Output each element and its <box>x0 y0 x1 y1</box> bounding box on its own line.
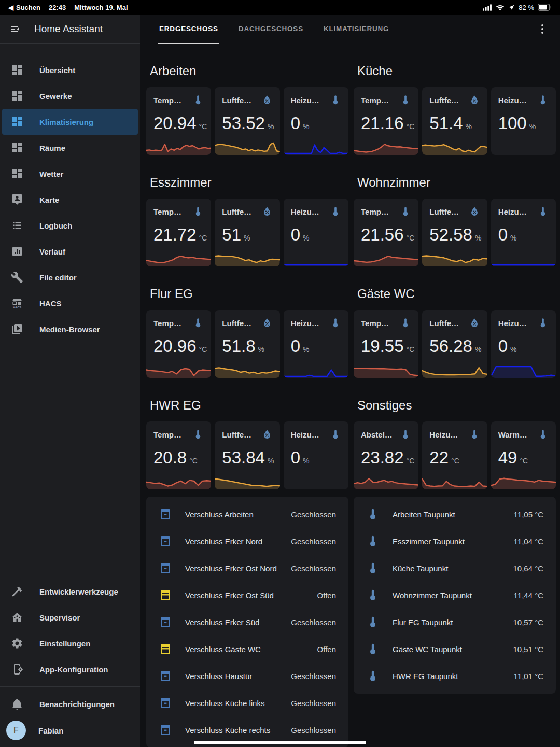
dewpoint-row-wohnzimmer-taupunkt[interactable]: Wohnzimmer Taupunkt 11,44 °C <box>354 582 556 609</box>
sensor-card-esszimmer-luftfe[interactable]: Luftfe… 51 % <box>215 199 279 266</box>
cog-icon <box>11 637 23 650</box>
sidebar-item-räume[interactable]: Räume <box>2 135 138 161</box>
sidebar-nav-bottom: EntwicklerwerkzeugeSupervisorEinstellung… <box>0 579 140 682</box>
sidebar-item-supervisor[interactable]: Supervisor <box>2 604 138 630</box>
sensor-card-sonstiges-warm[interactable]: Warm… 49 °C <box>491 421 556 489</box>
entity-name: Wohnzimmer Taupunkt <box>393 591 501 600</box>
entity-state: 11,01 °C <box>514 672 543 681</box>
sidebar-item-wetter[interactable]: Wetter <box>2 161 138 187</box>
sidebar-item-benachrichtigungen[interactable]: Benachrichtigungen <box>2 691 138 717</box>
sensor-card-row: Temp… 20.94 °C Luftfe… 53.52 <box>146 87 348 155</box>
menu-toggle-icon[interactable] <box>10 23 21 35</box>
sensor-card-gäste-wc-temp[interactable]: Temp… 19.55 °C <box>354 310 418 378</box>
back-to-app-button[interactable]: ◀ Suchen <box>8 4 40 11</box>
overflow-menu-button[interactable] <box>536 23 549 35</box>
dewpoint-row-flur-eg-taupunkt[interactable]: Flur EG Taupunkt 10,57 °C <box>354 609 556 636</box>
sidebar-item-app-konfiguration[interactable]: App-Konfiguration <box>2 656 138 682</box>
thermometer-icon <box>192 206 204 217</box>
shutter-row-verschluss-gäste-wc[interactable]: Verschluss Gäste WC Offen <box>146 636 348 663</box>
sensor-card-sonstiges-abstel[interactable]: Abstel… 23.82 °C <box>354 421 418 489</box>
sensor-unit: °C <box>199 122 207 131</box>
sensor-name: Heizu… <box>291 319 327 328</box>
thermometer-icon <box>400 94 411 106</box>
sensor-value: 0 <box>498 336 508 356</box>
section-esszimmer: Esszimmer Temp… 21.72 °C Luftfe… <box>146 155 348 266</box>
sensor-card-gäste-wc-heizu[interactable]: Heizu… 0 % <box>491 310 556 378</box>
dewpoint-row-hwr-eg-taupunkt[interactable]: HWR EG Taupunkt 11,01 °C <box>354 663 556 689</box>
user-profile-item[interactable]: F Fabian <box>0 717 140 747</box>
water-percent-icon <box>261 317 273 329</box>
sidebar-item-label: Gewerke <box>39 92 72 101</box>
shutter-row-verschluss-küche-rechts[interactable]: Verschluss Küche rechts Geschlossen <box>146 716 348 743</box>
shutter-row-verschluss-arbeiten[interactable]: Verschluss Arbeiten Geschlossen <box>146 501 348 528</box>
section-title: Arbeiten <box>150 63 348 79</box>
thermometer-icon <box>537 429 549 440</box>
sidebar-spacer <box>0 342 140 579</box>
thermometer-icon <box>366 508 380 521</box>
sensor-unit: % <box>244 234 250 242</box>
sidebar-item-medien-browser[interactable]: Medien-Browser <box>2 316 138 342</box>
thermometer-icon <box>366 534 380 548</box>
thermometer-icon <box>469 429 480 440</box>
sensor-card-küche-heizu[interactable]: Heizu… 100 % <box>491 87 556 155</box>
sensor-card-hwr-eg-luftfe[interactable]: Luftfe… 53.84 % <box>215 421 279 489</box>
shutter-row-verschluss-erker-süd[interactable]: Verschluss Erker Süd Geschlossen <box>146 609 348 636</box>
shutter-row-verschluss-haustür[interactable]: Verschluss Haustür Geschlossen <box>146 663 348 689</box>
sidebar-item-einstellungen[interactable]: Einstellungen <box>2 630 138 656</box>
thermometer-icon <box>192 317 204 329</box>
sidebar-item-hacs[interactable]: HACSHACS <box>2 290 138 316</box>
sensor-card-wohnzimmer-luftfe[interactable]: Luftfe… 52.58 % <box>422 199 487 266</box>
sidebar-item-entwicklerwerkzeuge[interactable]: Entwicklerwerkzeuge <box>2 579 138 604</box>
shutter-row-verschluss-küche-links[interactable]: Verschluss Küche links Geschlossen <box>146 689 348 716</box>
sensor-card-küche-temp[interactable]: Temp… 21.16 °C <box>354 87 418 155</box>
sensor-card-sonstiges-heizu[interactable]: Heizu… 22 °C <box>422 421 487 489</box>
sensor-card-hwr-eg-temp[interactable]: Temp… 20.8 °C <box>146 421 211 489</box>
sensor-card-küche-luftfe[interactable]: Luftfe… 51.4 % <box>422 87 487 155</box>
history-sparkline <box>215 471 279 489</box>
thermometer-icon <box>330 429 341 440</box>
sensor-name: Luftfe… <box>429 319 465 328</box>
entity-state: Geschlossen <box>291 726 336 735</box>
sensor-card-gäste-wc-luftfe[interactable]: Luftfe… 56.28 % <box>422 310 487 378</box>
home-indicator[interactable] <box>194 741 366 744</box>
sensor-unit: % <box>510 234 516 242</box>
dewpoint-row-küche-taupunkt[interactable]: Küche Taupunkt 10,64 °C <box>354 555 556 582</box>
shutter-row-verschluss-erker-ost-nord[interactable]: Verschluss Erker Ost Nord Geschlossen <box>146 555 348 582</box>
sensor-card-arbeiten-heizu[interactable]: Heizu… 0 % <box>284 87 348 155</box>
shutter-row-verschluss-erker-ost-süd[interactable]: Verschluss Erker Ost Süd Offen <box>146 582 348 609</box>
sidebar-item-übersicht[interactable]: Übersicht <box>2 57 138 83</box>
entity-state: 10,51 °C <box>513 645 543 654</box>
thermometer-icon <box>192 429 204 440</box>
sensor-card-flur-eg-temp[interactable]: Temp… 20.96 °C <box>146 310 211 378</box>
history-sparkline <box>146 471 211 489</box>
tab-dachgeschoss[interactable]: DACHGESCHOSS <box>237 15 304 44</box>
sidebar-item-logbuch[interactable]: Logbuch <box>2 213 138 238</box>
shutter-row-verschluss-erker-nord[interactable]: Verschluss Erker Nord Geschlossen <box>146 528 348 555</box>
sensor-card-flur-eg-luftfe[interactable]: Luftfe… 51.8 % <box>215 310 279 378</box>
view-tabs: ERDGESCHOSSDACHGESCHOSSKLIMATISIERUNG <box>158 15 390 44</box>
dewpoint-row-gäste-wc-taupunkt[interactable]: Gäste WC Taupunkt 10,51 °C <box>354 636 556 663</box>
sidebar-item-verlauf[interactable]: Verlauf <box>2 238 138 264</box>
sensor-card-hwr-eg-heizu[interactable]: Heizu… 0 % <box>284 421 348 489</box>
sidebar-item-klimatisierung[interactable]: Klimatisierung <box>2 109 138 135</box>
sensor-unit: °C <box>407 457 415 465</box>
sensor-card-wohnzimmer-temp[interactable]: Temp… 21.56 °C <box>354 199 418 266</box>
history-sparkline <box>354 248 418 266</box>
sensor-name: Luftfe… <box>429 96 465 105</box>
sensor-card-arbeiten-temp[interactable]: Temp… 20.94 °C <box>146 87 211 155</box>
sidebar-item-file-editor[interactable]: File editor <box>2 264 138 290</box>
sensor-value: 0 <box>291 448 300 468</box>
sensor-card-arbeiten-luftfe[interactable]: Luftfe… 53.52 % <box>215 87 279 155</box>
sensor-card-esszimmer-heizu[interactable]: Heizu… 0 % <box>284 199 348 266</box>
dewpoint-row-arbeiten-taupunkt[interactable]: Arbeiten Taupunkt 11,05 °C <box>354 501 556 528</box>
tab-klimatisierung[interactable]: KLIMATISIERUNG <box>323 15 390 44</box>
tab-erdgeschoss[interactable]: ERDGESCHOSS <box>158 15 219 44</box>
sensor-card-wohnzimmer-heizu[interactable]: Heizu… 0 % <box>491 199 556 266</box>
thermometer-icon <box>366 588 380 602</box>
sensor-card-esszimmer-temp[interactable]: Temp… 21.72 °C <box>146 199 211 266</box>
sidebar-item-karte[interactable]: Karte <box>2 187 138 213</box>
sensor-card-flur-eg-heizu[interactable]: Heizu… 0 % <box>284 310 348 378</box>
dewpoint-row-esszimmer-taupunkt[interactable]: Esszimmer Taupunkt 11,04 °C <box>354 528 556 555</box>
sections-grid: Arbeiten Temp… 20.94 °C Luftfe… <box>146 44 556 489</box>
sidebar-item-gewerke[interactable]: Gewerke <box>2 83 138 109</box>
